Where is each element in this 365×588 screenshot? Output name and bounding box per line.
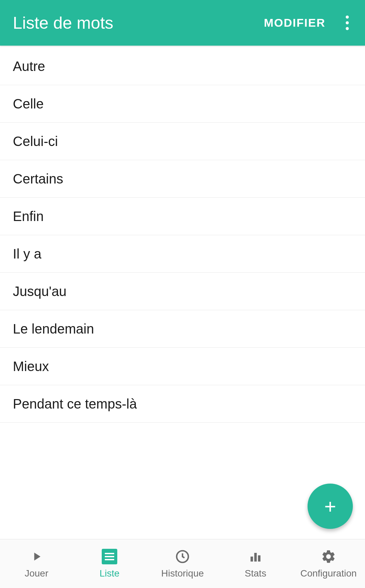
list-item[interactable]: Certains bbox=[0, 160, 365, 198]
list-item[interactable]: Celui-ci bbox=[0, 123, 365, 160]
nav-label: Liste bbox=[99, 568, 119, 579]
list-item[interactable]: Enfin bbox=[0, 198, 365, 235]
word-label: Enfin bbox=[13, 209, 44, 224]
word-label: Le lendemain bbox=[13, 321, 94, 337]
nav-label: Configuration bbox=[300, 568, 357, 579]
word-label: Celle bbox=[13, 96, 44, 112]
word-label: Mieux bbox=[13, 359, 49, 374]
svg-rect-2 bbox=[254, 553, 257, 562]
list-item[interactable]: Jusqu'au bbox=[0, 273, 365, 310]
list-item[interactable]: Mieux bbox=[0, 348, 365, 385]
list-item[interactable]: Autre bbox=[0, 48, 365, 85]
word-label: Jusqu'au bbox=[13, 284, 67, 299]
bottom-nav: Jouer Liste Historique Stats Configurati… bbox=[0, 539, 365, 588]
list-item[interactable]: Il y a bbox=[0, 235, 365, 273]
nav-item-liste[interactable]: Liste bbox=[73, 539, 146, 588]
word-list: Autre Celle Celui-ci Certains Enfin Il y… bbox=[0, 46, 365, 539]
svg-rect-1 bbox=[250, 557, 253, 562]
add-word-button[interactable]: + bbox=[308, 484, 353, 529]
list-item[interactable]: Celle bbox=[0, 85, 365, 123]
word-label: Pendant ce temps-là bbox=[13, 396, 137, 412]
play-icon bbox=[28, 548, 45, 565]
overflow-dot-icon bbox=[346, 16, 349, 19]
svg-rect-3 bbox=[258, 555, 260, 561]
nav-item-historique[interactable]: Historique bbox=[146, 539, 219, 588]
stats-icon bbox=[247, 548, 264, 565]
list-item[interactable]: Le lendemain bbox=[0, 310, 365, 348]
word-label: Certains bbox=[13, 171, 63, 187]
list-icon bbox=[101, 548, 118, 565]
nav-label: Historique bbox=[161, 568, 204, 579]
modifier-button[interactable]: MODIFIER bbox=[264, 16, 325, 29]
overflow-dot-icon bbox=[346, 21, 349, 24]
nav-item-stats[interactable]: Stats bbox=[219, 539, 292, 588]
clock-icon bbox=[174, 548, 191, 565]
overflow-dot-icon bbox=[346, 27, 349, 30]
nav-item-configuration[interactable]: Configuration bbox=[292, 539, 365, 588]
overflow-menu-button[interactable] bbox=[342, 12, 352, 33]
gear-icon bbox=[320, 548, 337, 565]
nav-label: Stats bbox=[245, 568, 266, 579]
page-title: Liste de mots bbox=[13, 13, 264, 33]
app-bar: Liste de mots MODIFIER bbox=[0, 0, 365, 46]
list-item[interactable]: Pendant ce temps-là bbox=[0, 385, 365, 423]
word-label: Il y a bbox=[13, 246, 41, 262]
nav-label: Jouer bbox=[25, 568, 48, 579]
word-label: Autre bbox=[13, 59, 45, 74]
plus-icon: + bbox=[324, 495, 336, 518]
word-label: Celui-ci bbox=[13, 134, 58, 149]
nav-item-jouer[interactable]: Jouer bbox=[0, 539, 73, 588]
